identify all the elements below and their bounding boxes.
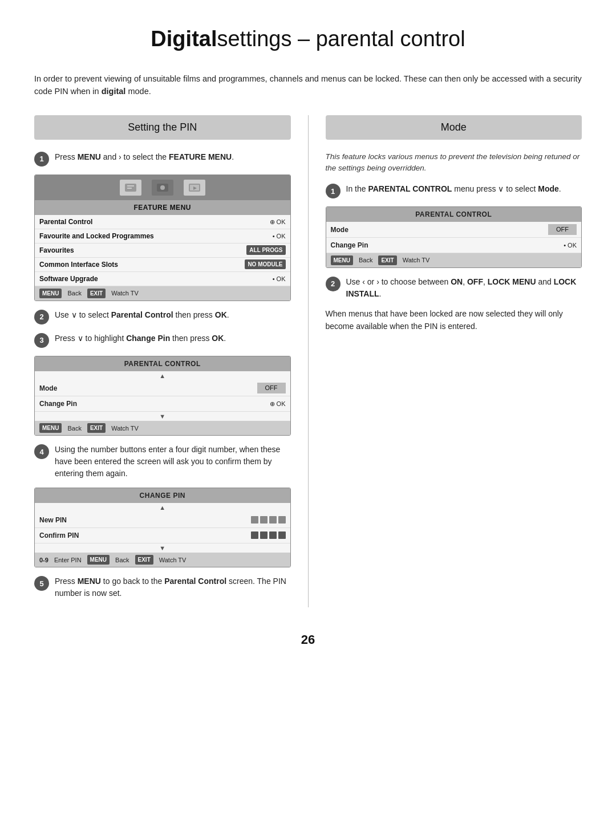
step-5-circle: 5 [34,576,49,591]
menu-icon-3 [184,180,205,196]
step-5: 5 Press MENU to go back to the Parental … [34,575,291,599]
svg-rect-2 [127,188,132,189]
step-2: 2 Use ∨ to select Parental Control then … [34,309,291,324]
menu-row-common-interface: Common Interface Slots NO MODULE [35,258,290,272]
right-step-2-text: Use ‹ or › to choose between ON, OFF, LO… [346,276,582,300]
feature-menu-footer: MENU Back EXIT Watch TV [35,286,290,301]
right-step-2-circle: 2 [326,277,341,291]
pc-box-2-footer: MENU Back EXIT Watch TV [326,253,582,267]
step-1-text: Press MENU and › to select the FEATURE M… [55,151,234,163]
pin-row-confirm: Confirm PIN [35,528,290,543]
svg-point-4 [160,185,165,190]
page-title: Digitalsettings – parental control [34,23,582,55]
menu-icons-row [35,175,290,200]
right-step-2: 2 Use ‹ or › to choose between ON, OFF, … [326,276,582,300]
step-3-circle: 3 [34,333,49,348]
feature-menu-box: FEATURE MENU Parental Control ⊕ OK Favou… [34,175,291,301]
mode-header: Mode [326,115,582,140]
confirm-pin-dots [251,531,286,539]
new-pin-dots [251,516,286,524]
step-1-circle: 1 [34,152,49,167]
step-4: 4 Using the number buttons enter a four … [34,444,291,480]
left-column: Setting the PIN 1 Press MENU and › to se… [34,115,309,608]
setting-pin-header: Setting the PIN [34,115,291,140]
step-2-text: Use ∨ to select Parental Control then pr… [55,309,229,321]
pc-row-mode-1: Mode OFF [35,380,290,396]
step-1: 1 Press MENU and › to select the FEATURE… [34,151,291,167]
right-step-1: 1 In the PARENTAL CONTROL menu press ∨ t… [326,183,582,198]
pc-box-1-footer: MENU Back EXIT Watch TV [35,421,290,435]
menu-row-favourite-locked: Favourite and Locked Programmes • OK [35,229,290,244]
page-number: 26 [34,630,582,649]
right-step-1-circle: 1 [326,184,341,198]
feature-menu-title: FEATURE MENU [35,200,290,215]
step-2-circle: 2 [34,310,49,324]
step-3: 3 Press ∨ to highlight Change Pin then p… [34,332,291,348]
menu-icon-1 [120,180,141,196]
pc-row-changepin-2: Change Pin • OK [326,238,582,253]
right-step-1-text: In the PARENTAL CONTROL menu press ∨ to … [346,183,561,195]
pc-row-changepin-1: Change Pin ⊕ OK [35,396,290,412]
intro-paragraph: In order to prevent viewing of unsuitabl… [34,72,582,98]
menu-row-favourites: Favourites ALL PROGS [35,244,290,258]
step-4-circle: 4 [34,444,49,459]
menu-icon-2 [152,180,173,196]
menu-row-parental: Parental Control ⊕ OK [35,215,290,229]
parental-control-box-1: PARENTAL CONTROL ▲ Mode OFF Change Pin ⊕… [34,356,291,436]
mode-note: This feature locks various menus to prev… [326,151,582,175]
page: Digitalsettings – parental control In or… [0,0,616,840]
change-pin-box: CHANGE PIN ▲ New PIN Confirm PIN [34,488,291,567]
change-pin-title: CHANGE PIN [35,488,290,503]
parental-control-box-2: PARENTAL CONTROL Mode OFF Change Pin • O… [326,206,582,268]
step-4-text: Using the number buttons enter a four di… [55,444,291,480]
svg-rect-1 [127,185,134,186]
pc-box-2-title: PARENTAL CONTROL [326,207,582,222]
when-text: When menus that have been locked are now… [326,308,582,332]
step-3-text: Press ∨ to highlight Change Pin then pre… [55,332,226,344]
step-5-text: Press MENU to go back to the Parental Co… [55,575,291,599]
right-column: Mode This feature locks various menus to… [309,115,582,608]
menu-row-software-upgrade: Software Upgrade • OK [35,272,290,286]
two-column-layout: Setting the PIN 1 Press MENU and › to se… [34,115,582,608]
pc-row-mode-2: Mode OFF [326,222,582,238]
pc-box-1-title: PARENTAL CONTROL [35,356,290,371]
change-pin-footer: 0-9 Enter PIN MENU Back EXIT Watch TV [35,553,290,567]
pin-row-new: New PIN [35,513,290,528]
